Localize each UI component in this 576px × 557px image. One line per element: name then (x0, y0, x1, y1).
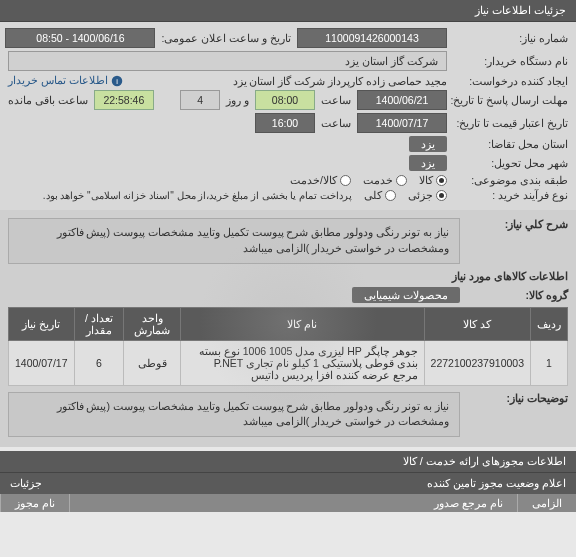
remain-time: 22:58:46 (94, 90, 154, 110)
days: 4 (180, 90, 220, 110)
radio-circle-icon (340, 175, 351, 186)
validity-label: تاریخ اعتبار قیمت تا تاریخ: (453, 117, 568, 129)
buyer-contact-link[interactable]: i اطلاعات تماس خریدار (8, 74, 123, 87)
bottom-header: اعلام وضعیت مجوز تامین کننده جزئیات (0, 473, 576, 494)
radio-label: کالا/خدمت (290, 174, 337, 186)
cell-date: 1400/07/17 (9, 340, 75, 385)
validity-hour: 16:00 (255, 113, 315, 133)
send-date: 1400/06/21 (357, 90, 447, 110)
radio-circle-icon (385, 190, 396, 201)
radio-jozi[interactable]: جزئی (408, 189, 447, 201)
radio-khadamat[interactable]: خدمت (363, 174, 407, 186)
section-header-permissions: اطلاعات مجوزهای ارائه خدمت / کالا (0, 451, 576, 473)
buyer-org-label: نام دستگاه خریدار: (453, 55, 568, 67)
sub-bar: الزامی نام مرجع صدور نام مجوز (0, 494, 576, 512)
req-city: یزد (409, 136, 447, 152)
radio-circle-icon (436, 175, 447, 186)
creator-label: ایجاد کننده درخواست: (453, 75, 568, 87)
cell-code: 2272100237910003 (424, 340, 530, 385)
th-name: نام کالا (181, 307, 424, 340)
sub-perm: نام مجوز (0, 494, 69, 512)
bottom-title: اعلام وضعیت مجوز تامین کننده (427, 477, 566, 490)
hour-label: ساعت (321, 94, 351, 106)
bottom-details: جزئیات (10, 477, 42, 490)
contact-label: اطلاعات تماس خریدار (8, 74, 108, 86)
buy-type-label: نوع فرآیند خرید : (453, 189, 568, 201)
goods-table: ردیف کد کالا نام کالا واحد شمارش تعداد /… (8, 307, 568, 386)
th-unit: واحد شمارش (124, 307, 181, 340)
radio-koli[interactable]: کلی (364, 189, 396, 201)
buy-note: پرداخت تمام یا بخشی از مبلغ خرید،از محل … (43, 190, 352, 201)
info-icon: i (111, 75, 123, 87)
creator-value: مجید حماصی زاده کارپرداز شرکت گاز استان … (233, 75, 447, 87)
buy-type-radios: جزئی کلی (364, 189, 447, 201)
need-no-value: 1100091426000143 (297, 28, 447, 48)
cell-name: جوهر چاپگر HP لیزری مدل 1005 1006 نوع بس… (181, 340, 424, 385)
need-summary-section: شرح كلي نیاز: نیاز به تونر رنگی ودولور م… (0, 210, 576, 447)
th-qty: تعداد / مقدار (74, 307, 124, 340)
sub-mandatory: الزامی (517, 494, 576, 512)
explain-text: نیاز به تونر رنگی ودولور مطابق شرح پیوست… (8, 392, 460, 438)
th-date: تاریخ نیاز (9, 307, 75, 340)
section-header-info: جزئیات اطلاعات نیاز (0, 0, 576, 22)
public-time-label: تاریخ و ساعت اعلان عمومی: (161, 32, 291, 44)
need-main-text: نیاز به تونر رنگی ودولور مطابق شرح پیوست… (8, 218, 460, 264)
category-radios: کالا خدمت کالا/خدمت (290, 174, 447, 186)
deliv-city: یزد (409, 155, 447, 171)
radio-label: خدمت (363, 174, 393, 186)
table-header-row: ردیف کد کالا نام کالا واحد شمارش تعداد /… (9, 307, 568, 340)
need-main-label: شرح كلي نیاز: (468, 218, 568, 230)
need-no-label: شماره نیاز: (453, 32, 568, 44)
cell-qty: 6 (74, 340, 124, 385)
remain-label: ساعت باقی مانده (8, 94, 88, 106)
public-time-value: 1400/06/16 - 08:50 (5, 28, 155, 48)
cell-unit: قوطی (124, 340, 181, 385)
radio-label: کالا (419, 174, 433, 186)
radio-circle-icon (436, 190, 447, 201)
buyer-org-value: شرکت گاز استان یزد (8, 51, 447, 71)
radio-label: جزئی (408, 189, 433, 201)
deliv-city-label: شهر محل تحویل: (453, 157, 568, 169)
send-hour: 08:00 (255, 90, 315, 110)
hour-label-2: ساعت (321, 117, 351, 129)
sub-ref: نام مرجع صدور (69, 494, 517, 512)
explain-label: توضیحات نیاز: (468, 392, 568, 404)
validity-date: 1400/07/17 (357, 113, 447, 133)
form-body: شماره نیاز: 1100091426000143 تاریخ و ساع… (0, 22, 576, 210)
goods-info-header: اطلاعات کالاهای مورد نیاز (8, 270, 568, 283)
cell-idx: 1 (531, 340, 568, 385)
th-code: کد کالا (424, 307, 530, 340)
send-deadline-label: مهلت ارسال پاسخ تا تاریخ: (453, 94, 568, 106)
day-label: و روز (226, 94, 249, 106)
radio-kala-khadamat[interactable]: کالا/خدمت (290, 174, 351, 186)
group-label: گروه کالا: (468, 289, 568, 301)
table-row: 1 2272100237910003 جوهر چاپگر HP لیزری م… (9, 340, 568, 385)
category-label: طبقه بندی موضوعی: (453, 174, 568, 186)
req-city-label: استان محل تقاضا: (453, 138, 568, 150)
group-value: محصولات شیمیایی (352, 287, 460, 303)
radio-circle-icon (396, 175, 407, 186)
th-idx: ردیف (531, 307, 568, 340)
radio-kala[interactable]: کالا (419, 174, 447, 186)
radio-label: کلی (364, 189, 382, 201)
